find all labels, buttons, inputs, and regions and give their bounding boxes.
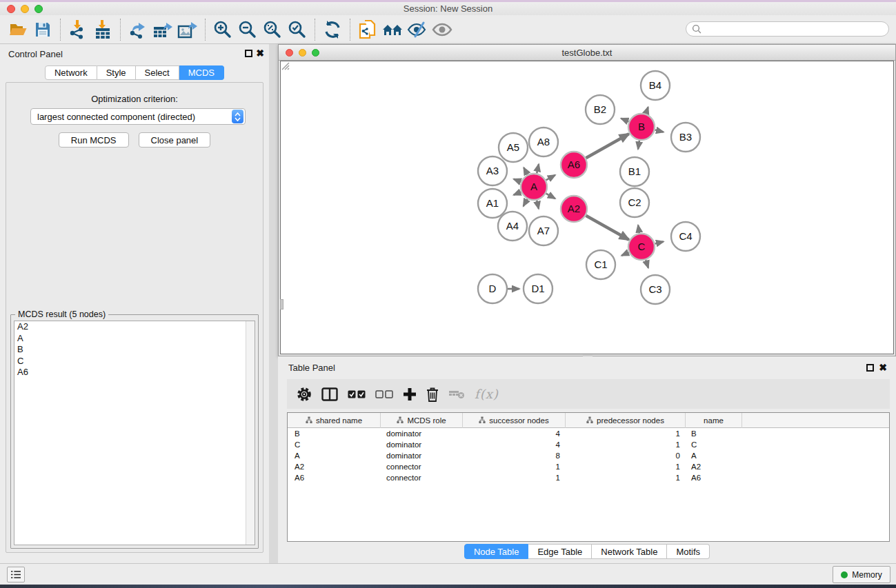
edge-A-A2[interactable] xyxy=(546,194,555,199)
float-panel-icon[interactable] xyxy=(245,50,252,57)
tab-motifs[interactable]: Motifs xyxy=(667,544,710,559)
unchecked-boxes-icon[interactable] xyxy=(375,385,393,403)
float-table-panel-icon[interactable] xyxy=(866,364,874,372)
result-item[interactable]: A2 xyxy=(14,321,255,333)
graph-node-B3[interactable]: B3 xyxy=(671,123,700,152)
export-network-icon[interactable] xyxy=(126,18,150,41)
edge-A-A5[interactable] xyxy=(524,168,527,174)
edge-A-A1[interactable] xyxy=(514,192,521,194)
memory-button[interactable]: Memory xyxy=(833,566,890,583)
edge-A-A6[interactable] xyxy=(546,175,555,180)
gear-icon[interactable] xyxy=(297,385,312,403)
edge-B-B4[interactable] xyxy=(646,107,648,114)
tab-network-table[interactable]: Network Table xyxy=(592,544,667,559)
graph-node-B[interactable]: B xyxy=(628,114,655,140)
tab-mcds[interactable]: MCDS xyxy=(179,65,224,80)
tab-network[interactable]: Network xyxy=(45,65,97,80)
table-row[interactable]: Cdominator41C xyxy=(288,439,889,450)
close-panel-button[interactable]: Close panel xyxy=(139,132,211,148)
column-header-name[interactable]: name xyxy=(686,413,742,428)
edge-A-A4[interactable] xyxy=(524,199,528,206)
graph-node-A3[interactable]: A3 xyxy=(478,156,507,185)
node-table[interactable]: shared nameMCDS rolesuccessor nodesprede… xyxy=(287,412,890,542)
graph-node-C2[interactable]: C2 xyxy=(620,188,649,217)
graph-node-A7[interactable]: A7 xyxy=(529,216,558,245)
graph-node-A4[interactable]: A4 xyxy=(498,212,527,241)
graph-node-B2[interactable]: B2 xyxy=(586,95,615,124)
network-window-titlebar[interactable]: testGlobe.txt xyxy=(279,45,895,61)
apply-layout-icon[interactable] xyxy=(320,18,345,41)
graph-node-C3[interactable]: C3 xyxy=(641,275,670,304)
edge-C-C2[interactable] xyxy=(638,225,639,234)
run-mcds-button[interactable]: Run MCDS xyxy=(59,132,129,148)
table-row[interactable]: Adominator80A xyxy=(288,450,889,461)
graph-node-C[interactable]: C xyxy=(628,234,655,260)
split-column-icon[interactable] xyxy=(321,385,338,403)
first-neighbors-icon[interactable] xyxy=(380,18,405,41)
zoom-selected-icon[interactable] xyxy=(285,18,310,41)
checked-boxes-icon[interactable] xyxy=(348,385,366,403)
table-row[interactable]: A2connector11A2 xyxy=(288,461,889,472)
graph-node-A6[interactable]: A6 xyxy=(561,152,587,178)
column-header-predecessor-nodes[interactable]: predecessor nodes xyxy=(566,413,686,428)
mcds-result-list[interactable]: A2ABCA6 xyxy=(14,321,255,545)
edge-C-C4[interactable] xyxy=(655,242,663,244)
edge-B-B3[interactable] xyxy=(655,130,663,132)
export-table-icon[interactable] xyxy=(150,18,175,41)
network-canvas[interactable]: B4B2BB3A8A5A6A3B1AC2A1A2A4A7C4CC1DD1C3 xyxy=(280,61,894,354)
close-table-panel-icon[interactable]: ✖ xyxy=(879,363,887,372)
result-item[interactable]: C xyxy=(14,356,255,367)
graph-node-D1[interactable]: D1 xyxy=(524,274,552,303)
task-history-button[interactable] xyxy=(7,567,25,582)
show-all-icon[interactable] xyxy=(430,18,455,41)
graph-node-A8[interactable]: A8 xyxy=(529,128,558,156)
edge-C-C3[interactable] xyxy=(646,260,648,268)
tab-style[interactable]: Style xyxy=(97,65,136,80)
edge-A2-C[interactable] xyxy=(586,216,628,240)
search-input[interactable] xyxy=(701,24,874,34)
close-panel-icon[interactable]: ✖ xyxy=(256,48,264,58)
network-graph[interactable]: B4B2BB3A8A5A6A3B1AC2A1A2A4A7C4CC1DD1C3 xyxy=(281,61,893,354)
trash-icon[interactable] xyxy=(426,385,439,403)
edge-A-A8[interactable] xyxy=(537,164,539,173)
tab-node-table[interactable]: Node Table xyxy=(464,544,529,559)
edge-A-A7[interactable] xyxy=(537,201,539,209)
edge-A6-B[interactable] xyxy=(586,134,628,158)
edge-B-B2[interactable] xyxy=(621,119,628,122)
zoom-in-icon[interactable] xyxy=(210,18,235,41)
column-header-successor-nodes[interactable]: successor nodes xyxy=(463,413,566,428)
zoom-fit-icon[interactable] xyxy=(260,18,285,41)
resize-grip-icon[interactable] xyxy=(281,61,290,70)
graph-node-B1[interactable]: B1 xyxy=(620,157,649,186)
export-image-icon[interactable] xyxy=(175,18,200,41)
table-row[interactable]: Bdominator41B xyxy=(288,428,889,439)
graph-node-A1[interactable]: A1 xyxy=(478,189,507,218)
graph-node-A2[interactable]: A2 xyxy=(561,196,587,222)
edge-B-B1[interactable] xyxy=(638,141,639,150)
column-header-MCDS-role[interactable]: MCDS role xyxy=(381,413,463,428)
vertical-scroll-thumb[interactable] xyxy=(280,299,283,310)
graph-node-A5[interactable]: A5 xyxy=(499,133,528,162)
search-field[interactable] xyxy=(686,21,889,37)
result-item[interactable]: B xyxy=(14,344,255,356)
hide-selected-icon[interactable] xyxy=(405,18,430,41)
result-scrollbar[interactable] xyxy=(246,321,255,545)
open-session-icon[interactable] xyxy=(6,18,30,41)
graph-node-C4[interactable]: C4 xyxy=(671,222,700,251)
optimization-dropdown[interactable]: largest connected component (directed) xyxy=(30,108,246,125)
tab-edge-table[interactable]: Edge Table xyxy=(528,544,592,559)
graph-node-A[interactable]: A xyxy=(521,174,547,200)
graph-node-D[interactable]: D xyxy=(478,274,507,303)
graph-node-C1[interactable]: C1 xyxy=(586,250,615,279)
clone-network-icon[interactable] xyxy=(355,18,380,41)
result-item[interactable]: A6 xyxy=(14,367,255,378)
edge-A-A3[interactable] xyxy=(514,179,521,182)
zoom-out-icon[interactable] xyxy=(235,18,260,41)
edge-C-C1[interactable] xyxy=(621,252,629,256)
table-row[interactable]: A6connector11A6 xyxy=(288,472,889,483)
import-network-icon[interactable] xyxy=(66,18,90,41)
add-icon[interactable] xyxy=(403,385,417,403)
result-item[interactable]: A xyxy=(14,333,255,345)
import-table-icon[interactable] xyxy=(90,18,115,41)
column-header-shared-name[interactable]: shared name xyxy=(288,413,381,428)
